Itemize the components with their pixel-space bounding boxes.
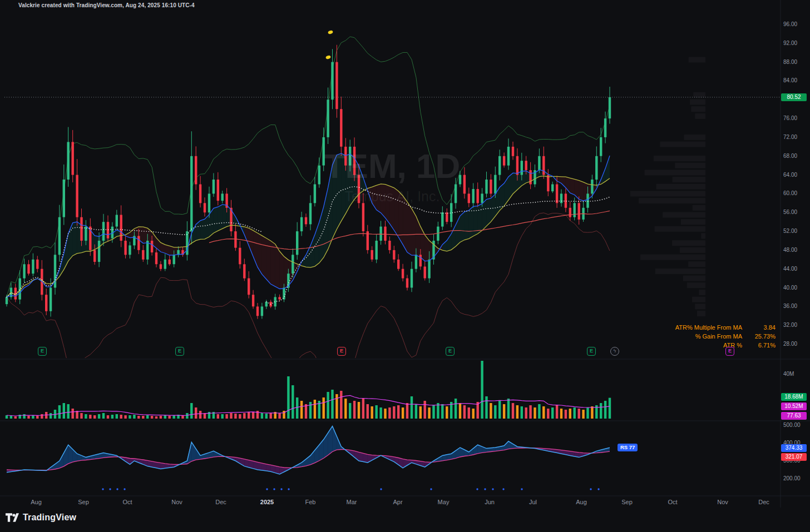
price-axis-label: 96.00 (783, 21, 797, 27)
tradingview-logo[interactable]: TradingView (6, 513, 76, 523)
stat-value: 25.73% (751, 332, 776, 341)
time-axis-label: Sep (78, 499, 89, 505)
price-axis-label: 84.00 (783, 77, 797, 83)
time-axis-label: Dec (215, 499, 226, 505)
tradingview-logo-icon (6, 513, 19, 523)
price-axis-label: 76.00 (783, 115, 797, 121)
earnings-badge[interactable]: E (587, 347, 596, 356)
time-axis-label: Feb (305, 499, 316, 505)
tradingview-logo-text: TradingView (23, 513, 76, 523)
price-axis-label: 92.00 (783, 40, 797, 46)
price-axis-label: 40.00 (783, 285, 797, 291)
stat-label: % Gain From MA (695, 332, 742, 341)
time-axis-label: May (438, 499, 450, 505)
price-axis-label: 48.00 (783, 247, 797, 253)
price-axis-label: 68.00 (783, 153, 797, 159)
time-axis-label: Apr (393, 499, 402, 505)
time-axis-label: 2025 (260, 499, 274, 505)
earnings-badge[interactable]: E (175, 347, 184, 356)
earnings-badge[interactable]: E (725, 347, 734, 356)
volume-indicator-badge: 77.63 (781, 412, 807, 420)
rs-signal-badge: 321.07 (781, 453, 807, 461)
time-axis-label: Jul (529, 499, 537, 505)
time-axis-label: Oct (122, 499, 132, 505)
price-axis-label: 32.00 (783, 322, 797, 328)
stat-row-gain-from-ma: % Gain From MA 25.73% (675, 332, 776, 341)
time-axis-label: Mar (347, 499, 357, 505)
price-axis-label: 28.00 (783, 341, 797, 347)
price-axis-label: 64.00 (783, 172, 797, 178)
rs-axis-label: 500.00 (783, 422, 801, 428)
time-axis-label: Nov (717, 499, 728, 505)
earnings-badge[interactable]: E (337, 347, 346, 356)
chart-canvas[interactable] (0, 0, 810, 532)
rs-value-badge: 374.33 (781, 444, 807, 452)
time-axis-label: Aug (576, 499, 587, 505)
time-axis-label: Dec (758, 499, 769, 505)
price-axis-label: 60.00 (783, 190, 797, 196)
price-axis-label: 44.00 (783, 266, 797, 272)
earnings-badge[interactable]: E (38, 347, 47, 356)
rs-axis-label: 200.00 (783, 475, 801, 481)
time-axis-label: Nov (171, 499, 182, 505)
chart-credit-text: Valckrie created with TradingView.com, A… (18, 2, 195, 8)
volume-value-badge: 18.68M (781, 393, 807, 401)
stat-value: 6.71% (751, 341, 776, 350)
time-axis-label: Jun (485, 499, 495, 505)
price-axis-label: 36.00 (783, 303, 797, 309)
time-axis-label: Aug (31, 499, 42, 505)
tradingview-chart-window: Valckrie created with TradingView.com, A… (0, 0, 810, 532)
stat-row-atr-multiple: ATR% Multiple From MA 3.84 (675, 323, 776, 332)
stat-value: 3.84 (751, 323, 776, 332)
next-earnings-icon[interactable]: ϟ (610, 347, 619, 356)
stat-label: ATR% Multiple From MA (675, 323, 742, 332)
price-axis-label: 72.00 (783, 134, 797, 140)
price-axis-label: 88.00 (783, 59, 797, 65)
price-axis-label: 56.00 (783, 209, 797, 215)
rs-label-badge: RS 77 (618, 444, 638, 451)
atr-stats-panel: ATR% Multiple From MA 3.84 % Gain From M… (675, 323, 776, 350)
price-axis-label: 52.00 (783, 228, 797, 234)
time-axis-label: Sep (621, 499, 633, 505)
volume-axis-label: 40M (783, 371, 794, 377)
earnings-badge[interactable]: E (446, 347, 455, 356)
volume-ma-badge: 10.52M (781, 402, 807, 410)
time-axis-label: Oct (668, 499, 677, 505)
last-price-badge: 80.52 (781, 93, 807, 101)
